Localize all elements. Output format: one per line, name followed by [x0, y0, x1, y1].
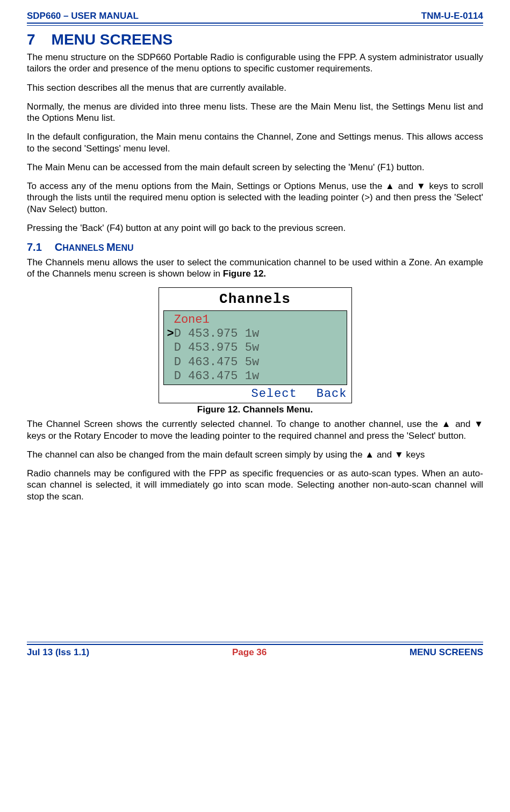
lcd-screen: Channels Zone1 >D 453.975 1w D 453.975 5… [159, 287, 352, 404]
header-right: TNM-U-E-0114 [421, 11, 483, 21]
list-item: >D 453.975 1w [167, 327, 343, 341]
list-item: D 463.475 1w [167, 369, 343, 383]
body-para: Pressing the 'Back' (F4) button at any p… [27, 222, 483, 234]
figure-channels-menu: Channels Zone1 >D 453.975 1w D 453.975 5… [159, 287, 352, 404]
header-rule [27, 23, 483, 26]
footer-left: Jul 13 (Iss 1.1) [27, 647, 89, 658]
lcd-list: Zone1 >D 453.975 1w D 453.975 5w D 463.4… [163, 310, 347, 386]
section-title: MENU SCREENS [52, 31, 173, 48]
section-number: 7 [27, 31, 35, 48]
subsection-number: 7.1 [27, 241, 42, 253]
body-para: The Channel Screen shows the currently s… [27, 418, 483, 441]
pointer-icon: > [167, 327, 174, 340]
body-para: The Main Menu can be accessed from the m… [27, 162, 483, 173]
body-para: The channel can also be changed from the… [27, 449, 483, 460]
body-para: The menu structure on the SDP660 Portabl… [27, 52, 483, 75]
body-para: This section describes all the menus tha… [27, 82, 483, 93]
subsection-title: CHANNELS MENU [55, 241, 134, 253]
body-para: In the default configuration, the Main m… [27, 131, 483, 154]
section-heading: 7MENU SCREENS [27, 31, 483, 48]
figure-caption: Figure 12. Channels Menu. [27, 404, 483, 415]
list-item: D 463.475 5w [167, 356, 343, 369]
footer-page-number: Page 36 [232, 647, 267, 658]
softkey-back[interactable]: Back [317, 387, 347, 401]
lcd-softkeys: Select Back [163, 387, 347, 401]
lcd-title: Channels [163, 291, 347, 307]
list-item: D 453.975 5w [167, 341, 343, 355]
page-header: SDP660 – USER MANUAL TNM-U-E-0114 [27, 11, 483, 23]
lcd-zone-label: Zone1 [167, 313, 343, 327]
softkey-select[interactable]: Select [251, 387, 297, 401]
body-para: Normally, the menus are divided into thr… [27, 101, 483, 124]
body-para: The Channels menu allows the user to sel… [27, 257, 483, 280]
subsection-heading: 7.1CHANNELS MENU [27, 241, 483, 253]
header-left: SDP660 – USER MANUAL [27, 11, 139, 21]
footer-right: MENU SCREENS [410, 647, 483, 658]
body-para: Radio channels may be configured with th… [27, 468, 483, 502]
body-para: To access any of the menu options from t… [27, 180, 483, 215]
page-footer: Jul 13 (Iss 1.1) Page 36 MENU SCREENS [27, 645, 483, 658]
